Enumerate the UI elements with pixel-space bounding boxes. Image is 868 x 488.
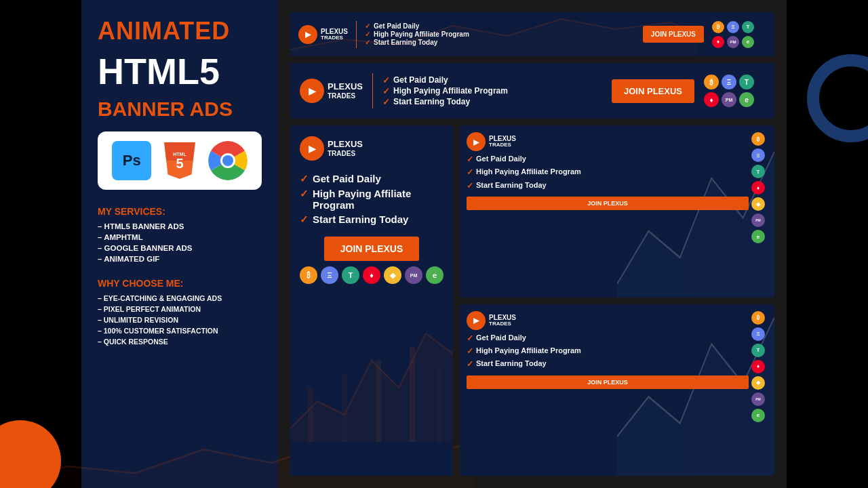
right-panel: ▸ PLEXUS TRADES ✓ Get Paid Daily ✓ High … — [278, 0, 787, 488]
feature-1-3: ✓ Start Earning Today — [365, 39, 635, 46]
eco-icon-2: e — [739, 92, 754, 107]
eth-icon-2: Ξ — [722, 75, 736, 89]
medium-feature-1: ✓ Get Paid Daily — [300, 173, 443, 185]
bottom-row: ▸ PLEXUS TRADES ✓ Get Paid Daily ✓ — [290, 125, 774, 476]
why-item-1: – EYE-CATCHING & ENGAGING ADS — [98, 293, 262, 304]
pm-icon-medium: PM — [405, 266, 422, 284]
square1-right: ₿ Ξ T ♦ ◆ PM e — [749, 132, 768, 291]
feature-2-1: ✓ Get Paid Daily — [382, 75, 602, 85]
plexus-name-sq1: PLEXUS TRADES — [489, 135, 516, 148]
check-2: ✓ — [365, 30, 370, 38]
check-2-3: ✓ — [382, 97, 390, 107]
pm-sq1: PM — [751, 214, 765, 227]
square2-right: ₿ Ξ T ♦ ◆ PM e — [749, 311, 768, 470]
why-item-5: – QUICK RESPONSE — [98, 336, 262, 347]
check-3: ✓ — [365, 39, 370, 46]
check-1: ✓ — [365, 22, 370, 30]
tech-icons-box: Ps HTML 5 — [98, 131, 262, 190]
banner-square-1: ▸ PLEXUS TRADES ✓ Get Paid Daily ✓ — [460, 125, 774, 298]
medium-feature-3: ✓ Start Earning Today — [300, 214, 443, 226]
plexus-logo-sq1: ▸ PLEXUS TRADES — [467, 132, 749, 151]
usdt-sq1: T — [751, 165, 765, 178]
svg-marker-6 — [290, 333, 453, 442]
crypto-row-1: ₿ Ξ T ♦ PM e — [712, 21, 766, 48]
plexus-p-icon-medium: ▸ — [300, 136, 324, 161]
usdt-icon-1: T — [742, 21, 754, 33]
service-item-4: – ANIMATED GIF — [98, 253, 262, 264]
btc-sq2: ₿ — [751, 311, 765, 325]
why-item-3: – UNLIMITED REVISION — [98, 314, 262, 325]
bnb-icon-medium: ◆ — [384, 266, 401, 284]
plexus-name-sq2: PLEXUS TRADES — [489, 314, 516, 327]
join-btn-2[interactable]: JOIN PLEXUS — [612, 79, 694, 103]
photoshop-icon: Ps — [112, 141, 151, 180]
service-item-2: – AMPHTML — [98, 232, 262, 243]
eco-sq1: e — [751, 230, 765, 243]
eco-sq2: e — [751, 409, 765, 422]
tron-icon-medium: ♦ — [363, 266, 380, 284]
html5-icon: HTML 5 — [164, 142, 195, 179]
pm-icon-2: PM — [722, 92, 736, 107]
service-item-3: – GOOGLE BANNER ADS — [98, 243, 262, 253]
tron-icon-1: ♦ — [712, 36, 724, 48]
sq2-feat-2: ✓ High Paying Affiliate Program — [467, 346, 749, 356]
panel-title-animated: ANIMATED — [98, 19, 262, 43]
sq1-feat-1: ✓ Get Paid Daily — [467, 155, 749, 164]
banner1-features: ✓ Get Paid Daily ✓ High Paying Affiliate… — [365, 22, 635, 46]
plexus-p-sq2: ▸ — [467, 311, 486, 330]
crypto-row-medium: ₿ Ξ T ♦ ◆ PM e — [300, 266, 443, 284]
right-black-bar — [787, 0, 868, 488]
tron-sq2: ♦ — [751, 360, 765, 373]
join-btn-sq2[interactable]: JOIN PLEXUS — [467, 375, 749, 389]
feature-2-2: ✓ High Paying Affiliate Program — [382, 86, 602, 96]
service-item-1: – HTML5 BANNER ADS — [98, 221, 262, 232]
btc-icon-2: ₿ — [704, 75, 719, 89]
btc-icon-1: ₿ — [712, 21, 724, 33]
usdt-icon-medium: T — [342, 266, 359, 284]
services-title: MY SERVICES: — [98, 206, 262, 217]
banner2-features: ✓ Get Paid Daily ✓ High Paying Affiliate… — [382, 75, 602, 107]
banner-medium: ▸ PLEXUS TRADES ✓ Get Paid Daily ✓ — [290, 125, 453, 476]
banner-medium-content: ▸ PLEXUS TRADES ✓ Get Paid Daily ✓ — [300, 136, 443, 261]
feature-2-3: ✓ Start Earning Today — [382, 97, 602, 107]
banner-leaderboard-1: ▸ PLEXUS TRADES ✓ Get Paid Daily ✓ High … — [290, 12, 774, 56]
banner-leaderboard-2: ▸ PLEXUS TRADES ✓ Get Paid Daily ✓ High … — [290, 63, 774, 119]
divider-1 — [356, 21, 357, 48]
plexus-name-1: PLEXUS TRADES — [321, 28, 348, 41]
plexus-logo-2: ▸ PLEXUS TRADES — [300, 79, 363, 103]
why-item-4: – 100% CUSTOMER SATISFACTION — [98, 325, 262, 336]
banner-medium-features: ✓ Get Paid Daily ✓ High Paying Affiliate… — [300, 173, 443, 226]
eco-icon-1: e — [742, 36, 754, 48]
orange-circle-decoration — [0, 420, 61, 488]
plexus-p-icon-1: ▸ — [298, 25, 317, 44]
tron-icon-2: ♦ — [704, 92, 719, 107]
svg-point-3 — [222, 155, 233, 166]
chrome-icon — [208, 141, 248, 180]
bnb-sq1: ◆ — [751, 197, 765, 211]
sq1-feat-2: ✓ High Paying Affiliate Program — [467, 167, 749, 177]
join-btn-sq1[interactable]: JOIN PLEXUS — [467, 197, 749, 210]
square2-left: ▸ PLEXUS TRADES ✓ Get Paid Daily ✓ — [467, 311, 749, 470]
feature-1-2: ✓ High Paying Affiliate Program — [365, 30, 635, 38]
eco-icon-medium: e — [426, 266, 443, 284]
plexus-p-icon-2: ▸ — [300, 79, 324, 103]
divider-2 — [372, 73, 373, 108]
join-btn-medium[interactable]: JOIN PLEXUS — [324, 237, 420, 261]
check-2-1: ✓ — [382, 75, 390, 85]
left-black-bar — [0, 0, 81, 488]
bnb-sq2: ◆ — [751, 376, 765, 390]
join-btn-1[interactable]: JOIN PLEXUS — [643, 26, 704, 43]
eth-sq2: Ξ — [751, 327, 765, 341]
plexus-logo-1: ▸ PLEXUS TRADES — [298, 25, 348, 44]
sq1-feat-3: ✓ Start Earning Today — [467, 181, 749, 190]
blue-arc-decoration — [807, 54, 868, 142]
banner-square-2: ▸ PLEXUS TRADES ✓ Get Paid Daily ✓ — [460, 304, 774, 476]
pm-sq2: PM — [751, 392, 765, 406]
usdt-icon-2: T — [739, 75, 754, 89]
why-item-2: – PIXEL PERFECT ANIMATION — [98, 304, 262, 314]
btc-icon-medium: ₿ — [300, 266, 317, 284]
plexus-p-sq1: ▸ — [467, 132, 486, 151]
right-squares: ▸ PLEXUS TRADES ✓ Get Paid Daily ✓ — [460, 125, 774, 476]
services-section: MY SERVICES: – HTML5 BANNER ADS – AMPHTM… — [98, 206, 262, 264]
plexus-logo-sq2: ▸ PLEXUS TRADES — [467, 311, 749, 330]
